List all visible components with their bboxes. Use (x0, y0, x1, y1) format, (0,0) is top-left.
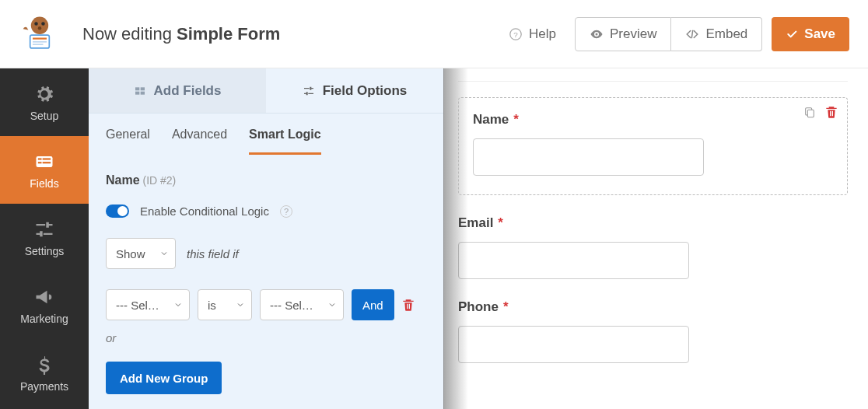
sliders-icon (303, 85, 315, 97)
select-value: --- Sele… (270, 299, 320, 312)
embed-label: Embed (705, 26, 747, 42)
svg-rect-5 (33, 37, 47, 39)
select-value: Show (116, 247, 145, 260)
app-logo (12, 11, 67, 58)
chevron-down-icon (236, 300, 245, 309)
gear-icon (33, 83, 55, 105)
tab-add-fields[interactable]: Add Fields (89, 68, 266, 113)
field-label: Email (458, 215, 493, 231)
svg-rect-6 (33, 40, 47, 42)
select-value: is (208, 299, 216, 312)
operator-select[interactable]: is (198, 289, 252, 320)
sidebar-item-settings[interactable]: Settings (0, 204, 89, 271)
email-input[interactable] (458, 242, 689, 279)
save-button[interactable]: Save (772, 17, 849, 51)
chevron-down-icon (159, 249, 169, 258)
svg-rect-12 (38, 158, 42, 159)
required-indicator: * (503, 299, 509, 315)
field-id: (ID #2) (142, 174, 176, 187)
left-sidebar: Setup Fields Settings Marketing Payments (0, 68, 89, 409)
action-select[interactable]: Show (106, 238, 176, 269)
grid-icon (134, 85, 146, 97)
svg-point-2 (41, 22, 44, 25)
sidebar-item-payments[interactable]: Payments (0, 339, 89, 407)
add-new-group-button[interactable]: Add New Group (106, 362, 222, 394)
sidebar-item-fields[interactable]: Fields (0, 136, 89, 204)
svg-rect-18 (135, 91, 139, 94)
preview-button[interactable]: Preview (575, 17, 671, 51)
question-icon[interactable]: ? (280, 205, 292, 218)
field-select[interactable]: --- Sele… (106, 289, 190, 320)
select-value: --- Sele… (116, 299, 166, 312)
chevron-down-icon (173, 300, 183, 309)
name-input[interactable] (473, 138, 704, 176)
field-options-panel: Add Fields Field Options General Advance… (89, 68, 444, 409)
conditional-logic-label: Enable Conditional Logic (140, 204, 269, 218)
value-select[interactable]: --- Sele… (260, 289, 344, 320)
svg-rect-16 (135, 87, 139, 90)
field-name: Name (106, 173, 140, 187)
tab-label: Field Options (323, 83, 408, 99)
bullhorn-icon (33, 286, 55, 308)
duplicate-icon[interactable] (803, 106, 816, 118)
tab-label: Add Fields (154, 83, 222, 99)
code-icon (685, 27, 699, 41)
svg-rect-17 (140, 87, 144, 90)
subtab-general[interactable]: General (106, 128, 150, 155)
field-label: Phone (458, 299, 499, 315)
sidebar-item-setup[interactable]: Setup (0, 68, 89, 136)
preview-label: Preview (610, 26, 656, 42)
check-icon (786, 28, 798, 40)
svg-rect-14 (38, 162, 42, 163)
svg-rect-21 (807, 110, 814, 117)
and-button[interactable]: And (352, 289, 394, 320)
preview-field-email[interactable]: Email * (458, 215, 848, 279)
sidebar-item-label: Marketing (20, 313, 68, 325)
subtab-advanced[interactable]: Advanced (172, 128, 227, 155)
delete-rule-button[interactable] (402, 299, 415, 311)
form-name: Simple Form (177, 24, 280, 44)
svg-point-0 (31, 16, 48, 33)
embed-button[interactable]: Embed (671, 17, 762, 51)
form-preview: Name * Email * Phone * (444, 68, 868, 409)
preview-field-phone[interactable]: Phone * (458, 299, 848, 363)
svg-rect-19 (140, 91, 144, 94)
form-icon (33, 151, 55, 173)
sidebar-item-label: Setup (30, 110, 59, 122)
svg-point-10 (595, 33, 597, 35)
save-label: Save (804, 26, 835, 42)
page-title: Now editing Simple Form (82, 24, 280, 44)
preview-field-name[interactable]: Name * (458, 97, 848, 195)
svg-point-3 (38, 26, 41, 29)
sliders-icon (33, 218, 55, 240)
editing-label: Now editing (82, 24, 177, 44)
sidebar-item-label: Payments (20, 380, 68, 393)
field-label: Name (473, 112, 509, 128)
help-link[interactable]: ? Help (509, 26, 556, 42)
this-field-if-label: this field if (187, 247, 239, 260)
sidebar-item-label: Settings (25, 245, 65, 257)
trash-icon[interactable] (825, 106, 838, 118)
svg-point-1 (34, 22, 37, 25)
divider (458, 81, 848, 82)
svg-rect-15 (43, 162, 51, 163)
phone-input[interactable] (458, 326, 689, 363)
sidebar-item-label: Fields (30, 177, 58, 190)
svg-text:?: ? (513, 30, 518, 38)
conditional-logic-toggle[interactable] (106, 204, 129, 218)
question-icon: ? (509, 27, 523, 41)
required-indicator: * (498, 215, 503, 231)
or-label: or (106, 331, 426, 344)
dollar-icon (33, 354, 55, 376)
svg-rect-7 (33, 44, 43, 45)
eye-icon (590, 27, 604, 41)
chevron-down-icon (327, 300, 337, 309)
required-indicator: * (513, 112, 519, 128)
tab-field-options[interactable]: Field Options (266, 68, 443, 113)
sidebar-item-marketing[interactable]: Marketing (0, 271, 89, 339)
help-label: Help (529, 26, 556, 42)
subtab-smart-logic[interactable]: Smart Logic (249, 128, 320, 155)
svg-rect-13 (43, 158, 51, 159)
